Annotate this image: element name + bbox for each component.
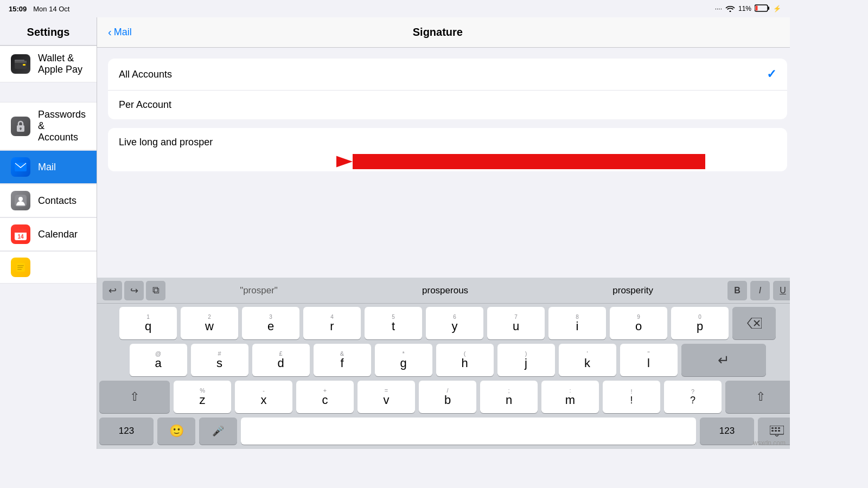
key-shift-right[interactable]: ⇧ (725, 381, 790, 413)
calendar-icon: 14 (11, 224, 30, 244)
svg-rect-29 (775, 430, 777, 432)
key-delete[interactable] (732, 307, 776, 339)
all-accounts-row[interactable]: All Accounts ✓ (108, 59, 787, 91)
key-j[interactable]: ) j (497, 344, 555, 376)
svg-rect-21 (17, 269, 22, 270)
svg-rect-25 (771, 427, 774, 429)
key-question[interactable]: ? ? (664, 381, 722, 413)
key-s[interactable]: # s (191, 344, 248, 376)
key-exclamation[interactable]: ! ! (603, 381, 660, 413)
svg-rect-9 (20, 129, 21, 130)
key-w[interactable]: 2 w (181, 307, 238, 339)
paste-button[interactable]: ⧉ (146, 281, 165, 300)
options-card: All Accounts ✓ Per Account (108, 59, 787, 119)
key-space[interactable] (241, 418, 696, 445)
key-a[interactable]: @ a (130, 344, 187, 376)
svg-rect-1 (768, 7, 770, 10)
sidebar-section-mail: Mail (0, 150, 97, 184)
battery-icon (755, 4, 770, 14)
key-mic[interactable]: 🎤 (199, 418, 237, 445)
italic-button[interactable]: I (750, 281, 770, 300)
key-c[interactable]: + c (296, 381, 354, 413)
sidebar-item-passwords[interactable]: Passwords & Accounts (0, 102, 97, 150)
redo-button[interactable]: ↪ (124, 281, 144, 300)
svg-rect-6 (15, 60, 24, 61)
sidebar-section-notes (0, 251, 97, 284)
sidebar: Settings Wallet & Apple Pay (0, 17, 97, 449)
sidebar-list: Wallet & Apple Pay Passwords & Acc (0, 46, 97, 449)
sidebar-item-notes[interactable] (0, 251, 97, 284)
wallet-icon (11, 54, 30, 74)
key-k[interactable]: ' k (559, 344, 616, 376)
key-g[interactable]: * g (375, 344, 432, 376)
content-area: All Accounts ✓ Per Account Live long and… (97, 48, 790, 278)
right-header: ‹ Mail Signature (97, 17, 790, 48)
back-button[interactable]: ‹ Mail (108, 26, 132, 38)
battery-percentage: 11% (738, 5, 751, 12)
bottom-row: 123 🙂 🎤 123 (97, 415, 790, 449)
key-r[interactable]: 4 r (303, 307, 361, 339)
signature-card[interactable]: Live long and prosper (108, 128, 787, 171)
key-m[interactable]: : m (541, 381, 599, 413)
key-p[interactable]: 0 p (671, 307, 729, 339)
passwords-label: Passwords & Accounts (38, 109, 86, 143)
svg-rect-16 (18, 228, 19, 231)
key-123-right[interactable]: 123 (700, 418, 754, 445)
key-h[interactable]: ( h (436, 344, 494, 376)
key-v[interactable]: = v (358, 381, 415, 413)
autocomplete-bar: ↩ ↪ ⧉ "prosper" prosperous prosperity B … (97, 278, 790, 304)
mail-icon (11, 157, 30, 177)
svg-rect-30 (778, 430, 780, 432)
status-time: 15:09 (9, 5, 27, 13)
key-row-2: @ a # s £ d & f (99, 344, 790, 376)
key-t[interactable]: 5 t (365, 307, 422, 339)
key-n[interactable]: ; n (480, 381, 538, 413)
sidebar-item-mail[interactable]: Mail (0, 150, 97, 184)
key-e[interactable]: 3 e (242, 307, 299, 339)
key-z[interactable]: % z (174, 381, 231, 413)
undo-button[interactable]: ↩ (103, 281, 122, 300)
sidebar-item-calendar[interactable]: 14 Calendar (0, 217, 97, 251)
key-shift-left[interactable]: ⇧ (99, 381, 170, 413)
sidebar-item-contacts[interactable]: Contacts (0, 184, 97, 217)
svg-rect-19 (17, 265, 24, 266)
sidebar-section-contacts: Contacts (0, 184, 97, 217)
bold-button[interactable]: B (727, 281, 747, 300)
charging-icon: ⚡ (773, 5, 781, 12)
svg-rect-27 (778, 427, 780, 429)
sidebar-item-wallet[interactable]: Wallet & Apple Pay (0, 46, 97, 82)
key-123-left[interactable]: 123 (99, 418, 154, 445)
passwords-icon (11, 117, 30, 136)
svg-rect-17 (22, 228, 23, 231)
key-row-3: ⇧ % z - x + c = (99, 381, 790, 413)
wallet-label: Wallet & Apple Pay (38, 53, 86, 75)
key-return[interactable]: ↵ (681, 344, 766, 376)
keyboard: ↩ ↪ ⧉ "prosper" prosperous prosperity B … (97, 278, 790, 449)
back-chevron-icon: ‹ (108, 26, 112, 38)
key-o[interactable]: 9 o (610, 307, 667, 339)
underline-button[interactable]: U (773, 281, 790, 300)
key-emoji[interactable]: 🙂 (157, 418, 195, 445)
svg-rect-5 (23, 64, 25, 66)
key-u[interactable]: 7 u (487, 307, 545, 339)
key-d[interactable]: £ d (252, 344, 310, 376)
key-f[interactable]: & f (314, 344, 371, 376)
autocomplete-word1[interactable]: prosperous (416, 283, 475, 298)
key-y[interactable]: 6 y (426, 307, 483, 339)
signal-icon: ···· (715, 5, 722, 12)
svg-rect-2 (756, 5, 758, 10)
key-x[interactable]: - x (235, 381, 292, 413)
per-account-row[interactable]: Per Account (108, 91, 787, 119)
key-l[interactable]: " l (620, 344, 678, 376)
sidebar-section-wallet: Wallet & Apple Pay (0, 46, 97, 82)
svg-rect-24 (770, 426, 784, 434)
main-layout: Settings Wallet & Apple Pay (0, 17, 790, 449)
key-i[interactable]: 8 i (548, 307, 606, 339)
right-panel: ‹ Mail Signature All Accounts ✓ Per Acco… (97, 17, 790, 449)
autocomplete-word2[interactable]: prosperity (606, 283, 660, 298)
key-b[interactable]: / b (419, 381, 476, 413)
svg-rect-26 (775, 427, 777, 429)
key-q[interactable]: 1 q (119, 307, 177, 339)
signature-text: Live long and prosper (119, 137, 213, 147)
autocomplete-quoted[interactable]: "prosper" (233, 283, 284, 298)
